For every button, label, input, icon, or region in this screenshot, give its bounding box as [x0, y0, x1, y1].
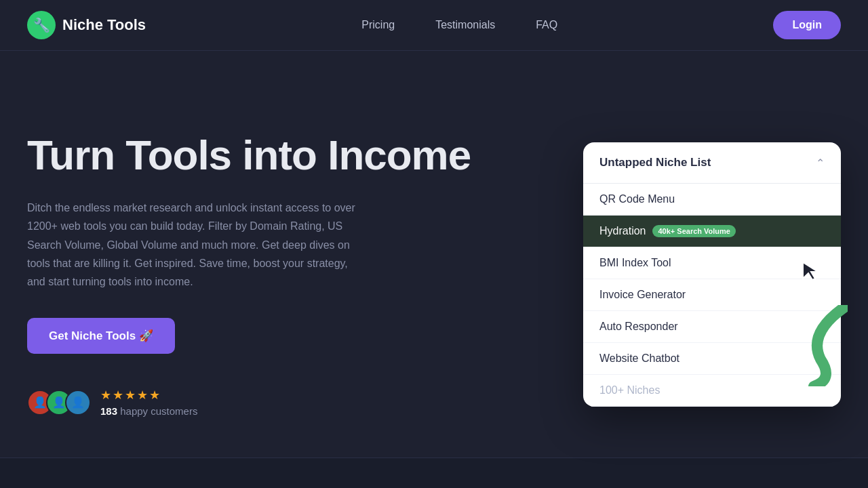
avatar-3: 👤	[65, 390, 91, 415]
star-1: ★	[100, 388, 111, 403]
nav-links: Pricing Testimonials FAQ	[361, 19, 557, 31]
hero-section: Turn Tools into Income Ditch the endless…	[0, 51, 868, 458]
list-item-label: QR Code Menu	[599, 193, 675, 205]
list-item-label: BMI Index Tool	[599, 257, 671, 269]
star-4: ★	[137, 388, 148, 403]
star-rating: ★ ★ ★ ★ ★	[100, 388, 197, 403]
decorative-curve	[793, 305, 848, 386]
star-5: ★	[149, 388, 160, 403]
avatar-group: 👤 👤 👤	[27, 390, 91, 415]
brand-icon: 🔧	[27, 11, 56, 39]
hero-left: Turn Tools into Income Ditch the endless…	[27, 132, 556, 417]
card-title: Untapped Niche List	[599, 156, 711, 169]
login-button[interactable]: Login	[773, 11, 841, 39]
chevron-icon: ⌃	[816, 157, 825, 169]
nav-link-testimonials[interactable]: Testimonials	[435, 19, 495, 31]
hero-title: Turn Tools into Income	[27, 132, 556, 178]
list-item-qr: QR Code Menu	[583, 184, 841, 216]
nav-link-pricing[interactable]: Pricing	[361, 19, 395, 31]
customer-count: 183	[100, 405, 117, 417]
list-item-label: Invoice Generator	[599, 289, 686, 301]
hero-right: Untapped Niche List ⌃ QR Code Menu Hydra…	[583, 142, 841, 407]
list-item-label: Hydration	[599, 225, 646, 237]
list-item-hydration: Hydration 40k+ Search Volume	[583, 216, 841, 247]
star-2: ★	[113, 388, 123, 403]
card-header: Untapped Niche List ⌃	[583, 142, 841, 184]
nav-link-faq[interactable]: FAQ	[536, 19, 557, 31]
list-item-label: Auto Responder	[599, 321, 678, 333]
list-item-label: 100+ Niches	[599, 384, 660, 396]
customer-label: happy customers	[120, 405, 197, 417]
social-proof: 👤 👤 👤 ★ ★ ★ ★ ★ 183 happy customers	[27, 388, 556, 417]
cursor-icon	[802, 261, 821, 283]
hero-description: Ditch the endless market research and un…	[27, 199, 366, 291]
brand-name: Niche Tools	[62, 16, 146, 34]
customers-text: 183 happy customers	[100, 405, 197, 417]
brand: 🔧 Niche Tools	[27, 11, 146, 39]
rating-block: ★ ★ ★ ★ ★ 183 happy customers	[100, 388, 197, 417]
navbar: 🔧 Niche Tools Pricing Testimonials FAQ L…	[0, 0, 868, 51]
search-volume-badge: 40k+ Search Volume	[652, 225, 736, 237]
bottom-bar	[0, 458, 868, 488]
cta-button[interactable]: Get Niche Tools 🚀	[27, 318, 175, 354]
star-3: ★	[125, 388, 136, 403]
list-item-label: Website Chatbot	[599, 352, 679, 365]
